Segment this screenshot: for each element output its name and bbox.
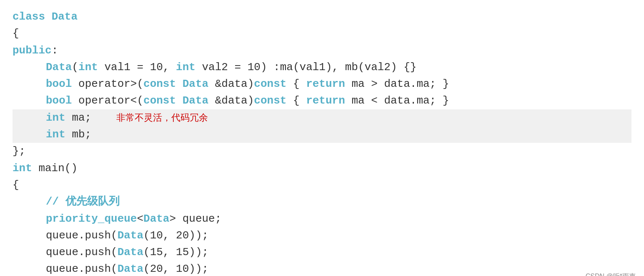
code-line-7: int ma; 非常不灵活，代码冗余 <box>13 109 631 126</box>
code-line-1: class Data <box>13 8 631 25</box>
keyword-bool-2: bool <box>46 92 72 109</box>
code-line-4: Data(int val1 = 10, int val2 = 10) :ma(v… <box>13 59 631 76</box>
keyword-const-2: const <box>254 76 286 92</box>
keyword-int-main: int <box>13 160 32 177</box>
class-name-data-push2: Data <box>118 244 143 261</box>
keyword-return-2: return <box>306 92 345 109</box>
code-line-8: int mb; <box>13 126 631 143</box>
class-name-data-push3: Data <box>118 261 143 276</box>
code-line-10: int main() <box>13 160 631 177</box>
code-line-9: }; <box>13 143 631 160</box>
code-line-13: priority_queue<Data> queue; <box>13 210 631 227</box>
keyword-int-ma: int <box>46 109 65 126</box>
class-name-data-op1: Data <box>183 76 208 92</box>
code-line-3: public: <box>13 42 631 59</box>
keyword-const-1: const <box>143 76 176 92</box>
class-name-data-pq: Data <box>143 210 169 227</box>
class-name-data-ctor: Data <box>46 59 72 76</box>
keyword-int-2: int <box>176 59 195 76</box>
annotation-text: 非常不灵活，代码冗余 <box>116 111 208 126</box>
keyword-return-1: return <box>306 76 345 92</box>
keyword-int-1: int <box>78 59 98 76</box>
class-name-data-op2: Data <box>183 92 208 109</box>
code-line-15: queue.push(Data(15, 15)); <box>13 244 631 261</box>
code-line-14: queue.push(Data(10, 20)); <box>13 227 631 244</box>
code-block: class Data { public: Data(int val1 = 10,… <box>13 8 631 276</box>
class-name-data: Data <box>52 8 78 25</box>
keyword-bool-1: bool <box>46 76 72 92</box>
code-line-6: bool operator<(const Data &data)const { … <box>13 92 631 109</box>
keyword-public: public <box>13 42 52 59</box>
watermark: CSDN @听*雨声 <box>586 271 636 276</box>
code-line-12: // 优先级队列 <box>13 193 631 210</box>
comment-priority-queue: // 优先级队列 <box>46 193 120 210</box>
keyword-int-mb: int <box>46 126 65 143</box>
keyword-const-4: const <box>254 92 286 109</box>
code-line-5: bool operator>(const Data &data)const { … <box>13 76 631 92</box>
keyword-class: class <box>13 8 45 25</box>
code-line-2: { <box>13 25 631 42</box>
code-line-11: { <box>13 177 631 193</box>
class-name-priority-queue: priority_queue <box>46 210 137 227</box>
keyword-const-3: const <box>143 92 176 109</box>
code-line-16: queue.push(Data(20, 10)); <box>13 261 631 276</box>
class-name-data-push1: Data <box>118 227 143 244</box>
